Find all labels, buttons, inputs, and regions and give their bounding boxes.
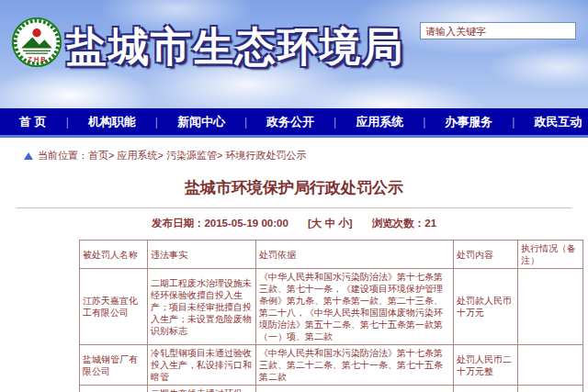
table-cell: 处罚人民币二十万元整 bbox=[454, 345, 518, 386]
breadcrumb-item[interactable]: 环境行政处罚公示 bbox=[225, 150, 306, 161]
font-size-switch[interactable]: [大 中 小] bbox=[308, 218, 353, 229]
breadcrumb-item[interactable]: 首页 bbox=[88, 150, 108, 161]
table-header-row: 被处罚人名称违法事实处罚依据处罚内容执行情况（备注） bbox=[80, 241, 583, 269]
table-cell: 大丰跃龙化学有限公司 bbox=[80, 386, 148, 392]
page-title: 盐城市环境保护局行政处罚公示 bbox=[0, 177, 588, 198]
table-cell: 《中华人民共和国水污染防治法》第十七条第三款、第七十一条，《建设项目环境保护管理… bbox=[256, 269, 454, 345]
breadcrumb-item[interactable]: 污染源监管 bbox=[166, 150, 217, 161]
table-cell: 处罚款人民币五万元 bbox=[454, 386, 518, 392]
table-cell: 江苏天嘉宜化工有限公司 bbox=[80, 269, 148, 345]
nav-item[interactable]: 政民互动 bbox=[514, 114, 588, 130]
table-cell: 《中华人民共和国水污染防治法》第十七条、第七十一条 bbox=[256, 386, 454, 392]
table-cell bbox=[518, 386, 583, 392]
publish-date: 发布日期：2015-05-19 00:00 bbox=[152, 218, 288, 229]
svg-text:Z H B: Z H B bbox=[28, 55, 46, 63]
table-cell bbox=[518, 345, 583, 386]
table-header-cell: 执行情况（备注） bbox=[518, 241, 583, 269]
nav-item[interactable]: 新闻中心 bbox=[158, 114, 244, 130]
table-cell: 二期生产线未通过环保“三同时”验收擅自投入生产 bbox=[148, 386, 256, 392]
breadcrumb-links: 首页> 应用系统> 污染源监管> 环境行政处罚公示 bbox=[88, 149, 306, 162]
environment-bureau-logo-icon: Z H B bbox=[11, 17, 62, 68]
table-cell: 冷轧型钢项目未通过验收投入生产，私设排污口和暗管 bbox=[148, 345, 256, 386]
breadcrumb-label: 当前位置： bbox=[38, 149, 88, 162]
main-nav: 首 页|机构职能|新闻中心|政务公开|应用系统|办事服务|政民互动 bbox=[0, 108, 588, 138]
title-divider bbox=[17, 207, 571, 208]
penalty-table-body: 江苏天嘉宜化工有限公司二期工程废水治理设施未经环保验收擅自投入生产；项目未经审批… bbox=[80, 269, 583, 392]
table-cell: 二期工程废水治理设施未经环保验收擅自投入生产；项目未经审批擅自投入生产；未设置危… bbox=[148, 269, 256, 345]
table-cell: 盐城钢管厂有限公司 bbox=[80, 345, 148, 386]
main-nav-items: 首 页|机构职能|新闻中心|政务公开|应用系统|办事服务|政民互动 bbox=[0, 108, 588, 135]
nav-item[interactable]: 应用系统 bbox=[336, 114, 423, 130]
nav-item[interactable]: 首 页 bbox=[0, 114, 66, 130]
table-cell bbox=[518, 269, 583, 345]
table-header-cell: 处罚内容 bbox=[454, 241, 518, 269]
site-banner: Z H B 盐城市生态环境局 bbox=[0, 0, 588, 108]
view-count: 浏览次数：21 bbox=[372, 218, 436, 229]
table-header-cell: 处罚依据 bbox=[256, 241, 454, 269]
breadcrumb: 当前位置： 首页> 应用系统> 污染源监管> 环境行政处罚公示 bbox=[24, 149, 588, 162]
nav-item[interactable]: 政务公开 bbox=[247, 114, 334, 130]
search-input[interactable] bbox=[420, 22, 576, 39]
table-row: 盐城钢管厂有限公司冷轧型钢项目未通过验收投入生产，私设排污口和暗管《中华人民共和… bbox=[80, 345, 583, 386]
site-title: 盐城市生态环境局 bbox=[66, 20, 404, 74]
penalty-table: 被处罚人名称违法事实处罚依据处罚内容执行情况（备注） 江苏天嘉宜化工有限公司二期… bbox=[79, 240, 583, 392]
table-cell: 《中华人民共和国水污染防治法》第十七条第三款、第二十二条、第七十一条、第七十五条… bbox=[256, 345, 454, 386]
table-row: 江苏天嘉宜化工有限公司二期工程废水治理设施未经环保验收擅自投入生产；项目未经审批… bbox=[80, 269, 583, 345]
table-header-cell: 违法事实 bbox=[148, 241, 256, 269]
table-header-cell: 被处罚人名称 bbox=[80, 241, 148, 269]
location-icon bbox=[24, 152, 33, 160]
nav-item[interactable]: 机构职能 bbox=[69, 114, 155, 130]
article-meta: 发布日期：2015-05-19 00:00 [大 中 小] 浏览次数：21 bbox=[0, 217, 588, 230]
table-row: 大丰跃龙化学有限公司二期生产线未通过环保“三同时”验收擅自投入生产《中华人民共和… bbox=[80, 386, 583, 392]
breadcrumb-item[interactable]: 应用系统 bbox=[117, 150, 157, 161]
nav-item[interactable]: 办事服务 bbox=[425, 114, 512, 130]
table-cell: 处罚款人民币十万元 bbox=[454, 269, 518, 345]
